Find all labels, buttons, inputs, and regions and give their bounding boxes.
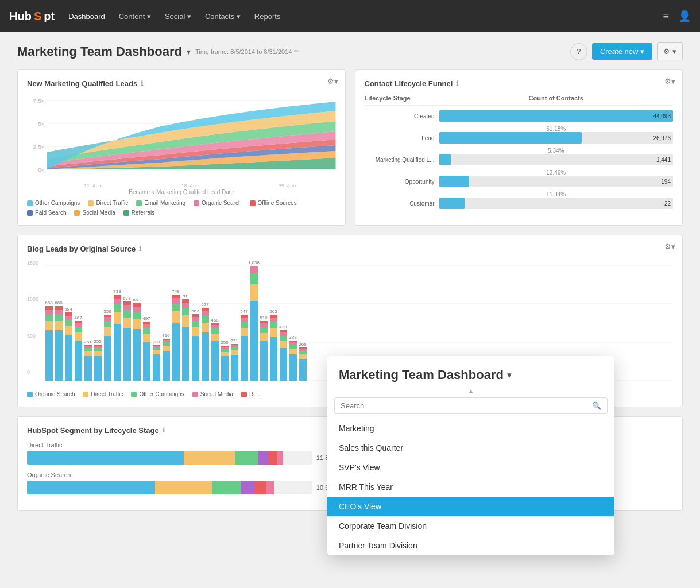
svg-rect-60	[114, 304, 121, 312]
svg-rect-157	[270, 328, 277, 337]
svg-rect-21	[55, 314, 63, 321]
dropdown-search-input[interactable]	[341, 401, 587, 410]
svg-rect-143	[241, 315, 248, 318]
nav-dashboard[interactable]: Dashboard	[68, 12, 105, 21]
x-tick-2: 18. Aug	[181, 183, 199, 187]
svg-rect-103	[182, 327, 189, 381]
svg-text:255: 255	[94, 339, 102, 344]
svg-rect-127	[221, 356, 229, 381]
funnel-label-customer: Customer	[365, 200, 439, 207]
svg-rect-39	[84, 351, 92, 356]
dropdown-item-sales[interactable]: Sales this Quarter	[327, 438, 614, 458]
svg-rect-99	[172, 304, 180, 311]
svg-rect-119	[202, 308, 209, 311]
dropdown-item-ceo[interactable]: CEO's View	[327, 497, 614, 516]
nav-content[interactable]: Content ▾	[119, 12, 151, 21]
svg-rect-75	[133, 303, 141, 307]
dropdown-caret[interactable]: ▾	[507, 370, 511, 380]
segment-info-icon[interactable]: ℹ	[163, 427, 165, 434]
svg-rect-19	[55, 330, 63, 381]
legend-organic-search: Organic Search	[194, 200, 241, 206]
funnel-col-count: Count of Contacts	[439, 95, 674, 102]
svg-rect-113	[192, 314, 199, 317]
mql-info-icon[interactable]: ℹ	[141, 80, 143, 87]
svg-rect-80	[143, 324, 150, 328]
dropdown-item-marketing[interactable]: Marketing	[327, 419, 614, 438]
svg-rect-115	[202, 332, 209, 381]
funnel-col-label: Lifecycle Stage	[365, 95, 439, 102]
title-area: Marketing Team Dashboard ▾ Time frame: 8…	[17, 44, 299, 59]
legend-direct-traffic: Direct Traffic	[88, 200, 128, 206]
dropdown-chevron-up: ▲	[327, 387, 614, 397]
funnel-bar-created: 44,093	[439, 110, 674, 122]
svg-rect-53	[104, 321, 111, 327]
svg-rect-156	[270, 337, 277, 381]
dropdown-item-svp[interactable]: SVP's View	[327, 458, 614, 477]
funnel-row-created: Created 44,093	[365, 110, 674, 122]
segment-wrap-organic: 10,618	[27, 481, 336, 494]
segment-bar-organic	[27, 481, 312, 494]
title-dropdown-arrow[interactable]: ▾	[187, 47, 191, 56]
blog-leads-info-icon[interactable]: ℹ	[139, 245, 141, 253]
segment-widget: HubSpot Segment by Lifecycle Stage ℹ ⚙▾ …	[17, 416, 346, 511]
svg-rect-34	[75, 327, 82, 332]
page-gear-button[interactable]: ⚙ ▾	[657, 42, 683, 60]
svg-rect-141	[241, 322, 248, 328]
segment-row-organic: Organic Search 10,618	[27, 471, 336, 494]
user-icon[interactable]: 👤	[678, 10, 691, 22]
logo-text2: pt	[44, 10, 55, 23]
svg-rect-68	[123, 301, 131, 305]
dropdown-item-mrr[interactable]: MRR This Year	[327, 477, 614, 497]
svg-rect-140	[241, 328, 248, 336]
create-new-arrow: ▾	[640, 47, 644, 56]
logo-dot: S	[34, 10, 41, 23]
nav-reports[interactable]: Reports	[254, 12, 281, 21]
svg-rect-28	[65, 316, 72, 320]
logo-text: Hub	[9, 10, 32, 23]
create-new-button[interactable]: Create new ▾	[592, 43, 652, 60]
nav-icons: ≡ 👤	[663, 10, 691, 22]
svg-rect-152	[260, 327, 268, 333]
funnel-row-lead: 61.18% Lead 26,976	[365, 125, 674, 144]
hamburger-icon[interactable]: ≡	[663, 10, 669, 22]
svg-text:310: 310	[162, 333, 170, 338]
svg-rect-23	[55, 306, 63, 310]
svg-text:468: 468	[211, 318, 219, 323]
svg-rect-160	[270, 315, 277, 318]
dropdown-search-box[interactable]: 🔍	[334, 397, 608, 414]
svg-rect-98	[172, 311, 180, 323]
funnel-bar-opportunity: 194	[439, 176, 674, 187]
svg-rect-55	[104, 315, 111, 317]
funnel-pct-customer: 11.34%	[365, 191, 674, 198]
svg-rect-52	[104, 327, 111, 336]
svg-text:271: 271	[230, 338, 238, 343]
svg-rect-71	[133, 329, 141, 381]
svg-rect-135	[231, 347, 238, 350]
funnel-gear[interactable]: ⚙▾	[664, 77, 675, 86]
svg-rect-178	[299, 347, 307, 349]
svg-rect-176	[299, 351, 307, 354]
svg-rect-163	[280, 341, 287, 348]
mql-legend: Other Campaigns Direct Traffic Email Mar…	[27, 200, 336, 216]
svg-rect-74	[133, 307, 141, 312]
mql-widget: New Marketing Qualified Leads ℹ ⚙▾ 7.5k …	[17, 69, 346, 226]
svg-text:7.5k: 7.5k	[33, 98, 45, 104]
dropdown-item-partner[interactable]: Partner Team Division	[327, 536, 614, 555]
edit-icon[interactable]: ✏	[294, 48, 299, 55]
svg-rect-67	[123, 305, 131, 310]
svg-rect-81	[143, 322, 150, 324]
blog-leads-gear[interactable]: ⚙▾	[664, 242, 675, 251]
dropdown-item-corporate[interactable]: Corporate Team Division	[327, 516, 614, 536]
blog-legend-social: Social Media	[192, 391, 233, 397]
nav-social[interactable]: Social ▾	[165, 12, 191, 21]
mql-gear[interactable]: ⚙▾	[327, 77, 338, 86]
svg-text:429: 429	[279, 324, 287, 330]
nav-contacts[interactable]: Contacts ▾	[205, 12, 241, 21]
mql-title-text: New Marketing Qualified Leads	[27, 79, 137, 88]
funnel-info-icon[interactable]: ℹ	[456, 80, 458, 87]
help-button[interactable]: ?	[570, 43, 587, 60]
dropdown-title: Marketing Team Dashboard ▾	[327, 356, 614, 387]
page-actions: ? Create new ▾ ⚙ ▾	[570, 42, 683, 60]
dropdown-title-text: Marketing Team Dashboard	[339, 368, 504, 382]
svg-rect-124	[211, 325, 219, 328]
